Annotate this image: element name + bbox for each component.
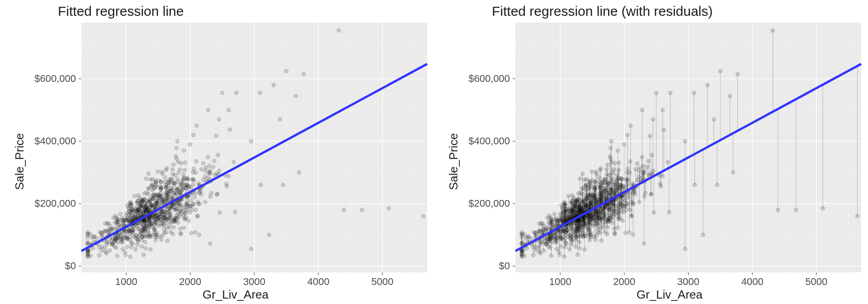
svg-text:$0: $0: [499, 260, 510, 271]
svg-point-877: [142, 253, 145, 256]
svg-point-2791: [618, 215, 622, 219]
svg-point-2850: [731, 171, 735, 174]
svg-point-789: [112, 240, 116, 244]
svg-point-2810: [594, 238, 597, 242]
svg-point-131: [194, 208, 198, 212]
svg-point-628: [200, 167, 203, 171]
svg-point-614: [171, 232, 175, 236]
svg-point-722: [176, 212, 180, 215]
svg-point-2232: [609, 146, 612, 150]
svg-point-2780: [650, 192, 653, 196]
svg-point-2836: [776, 208, 780, 212]
svg-point-916: [152, 193, 156, 196]
svg-point-870: [184, 186, 188, 190]
svg-point-2524: [598, 168, 602, 172]
svg-point-654: [170, 167, 174, 171]
svg-point-2661: [545, 228, 548, 232]
svg-point-2571: [612, 168, 616, 171]
svg-point-91: [171, 163, 175, 166]
svg-point-2787: [604, 205, 608, 209]
svg-point-2779: [648, 134, 652, 138]
svg-point-2432: [597, 176, 601, 179]
svg-point-716: [137, 228, 140, 231]
svg-point-451: [171, 172, 175, 176]
svg-point-2282: [538, 252, 542, 255]
svg-point-2630: [633, 192, 637, 196]
svg-point-2793: [582, 198, 585, 201]
svg-point-2591: [628, 171, 632, 174]
svg-point-896: [184, 205, 187, 209]
svg-point-600: [129, 245, 133, 249]
svg-point-2743: [628, 160, 632, 163]
svg-point-831: [208, 242, 212, 245]
svg-point-449: [116, 241, 120, 244]
svg-point-2775: [577, 226, 580, 230]
svg-point-2625: [625, 183, 629, 186]
svg-point-919: [108, 224, 112, 228]
svg-point-2812: [542, 224, 546, 228]
svg-point-564: [192, 202, 196, 206]
svg-point-2798: [520, 253, 524, 256]
svg-point-2677: [558, 236, 561, 240]
svg-point-899: [153, 220, 157, 224]
svg-point-798: [160, 180, 163, 183]
svg-point-2013: [642, 164, 645, 167]
svg-point-2383: [566, 194, 570, 198]
svg-text:$0: $0: [65, 260, 76, 271]
svg-point-2802: [558, 213, 562, 217]
svg-point-2521: [634, 167, 637, 171]
svg-point-2843: [640, 108, 644, 112]
svg-point-2493: [563, 245, 567, 249]
svg-point-869: [174, 191, 178, 195]
svg-point-894: [170, 205, 174, 209]
svg-point-2664: [597, 180, 601, 184]
svg-point-2724: [642, 242, 646, 245]
svg-point-2620: [651, 169, 655, 172]
svg-point-2685: [637, 200, 641, 204]
svg-point-2849: [728, 94, 731, 98]
svg-point-675: [160, 172, 164, 176]
svg-point-771: [163, 180, 167, 184]
svg-point-2328: [643, 191, 647, 195]
svg-point-571: [182, 226, 185, 229]
svg-point-2391: [617, 212, 620, 215]
svg-point-2565: [610, 187, 613, 191]
svg-point-2851: [693, 183, 696, 187]
svg-point-2688: [631, 181, 634, 185]
svg-point-718: [123, 250, 127, 254]
svg-point-898: [184, 215, 188, 219]
svg-point-2250: [638, 166, 642, 169]
svg-point-932: [131, 242, 134, 245]
svg-point-768: [111, 228, 114, 232]
svg-point-2762: [608, 191, 612, 195]
svg-point-2610: [608, 154, 612, 158]
svg-point-939: [302, 72, 305, 76]
svg-point-928: [131, 228, 135, 232]
svg-point-90: [212, 159, 216, 163]
svg-point-908: [179, 231, 183, 235]
svg-point-2709: [574, 245, 577, 248]
svg-point-698: [194, 171, 198, 174]
svg-point-2568: [594, 172, 598, 176]
svg-point-820: [192, 167, 195, 171]
svg-point-2704: [599, 194, 602, 197]
svg-point-2656: [546, 216, 549, 219]
svg-point-566: [198, 202, 202, 205]
svg-point-880: [128, 255, 132, 258]
svg-point-2845: [661, 108, 665, 112]
svg-point-2655: [555, 218, 558, 222]
svg-point-520: [216, 153, 220, 157]
svg-point-2235: [599, 239, 603, 242]
svg-text:$600,000: $600,000: [34, 73, 76, 84]
svg-point-2820: [582, 234, 585, 238]
svg-point-303: [206, 155, 210, 159]
svg-point-604: [197, 233, 201, 237]
svg-point-417: [176, 221, 180, 224]
svg-point-2841: [683, 247, 687, 251]
svg-point-2848: [712, 118, 716, 121]
svg-point-2298: [580, 172, 584, 176]
svg-point-763: [112, 216, 115, 219]
svg-point-2396: [570, 238, 574, 242]
svg-point-445: [183, 161, 187, 164]
svg-point-852: [95, 237, 99, 240]
